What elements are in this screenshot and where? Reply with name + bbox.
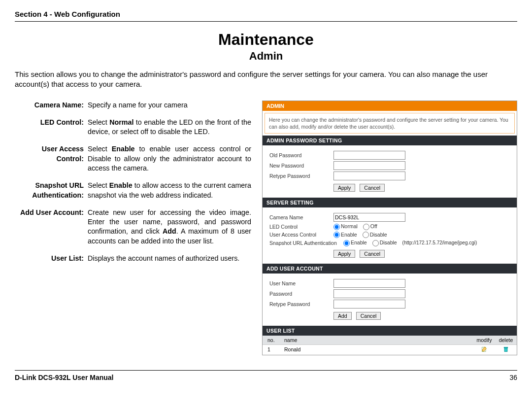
username-label: User Name bbox=[265, 280, 333, 286]
page-title: Maintenance bbox=[15, 31, 517, 49]
camera-name-label: Camera Name bbox=[265, 214, 333, 220]
userlist-row-no: 1 bbox=[263, 346, 284, 353]
def-add-user-text: Create new user for accessing the video … bbox=[88, 208, 251, 246]
col-no: no. bbox=[263, 337, 284, 343]
uac-enable-radio[interactable] bbox=[333, 232, 340, 238]
snapshot-enable-radio[interactable] bbox=[343, 240, 350, 246]
def-camera-name-text: Specify a name for your camera bbox=[88, 101, 251, 110]
svg-rect-1 bbox=[504, 348, 507, 352]
server-section-header: SERVER SETTING bbox=[263, 198, 517, 207]
snapshot-auth-label: Snapshot URL Authentication bbox=[265, 240, 343, 246]
svg-rect-2 bbox=[504, 347, 508, 348]
footer-page-number: 36 bbox=[509, 374, 517, 381]
admin-header-bar: ADMIN bbox=[263, 101, 517, 111]
section-header: Section 4 - Web Configuration bbox=[15, 10, 517, 22]
password-label: Password bbox=[265, 291, 333, 297]
new-password-label: New Password bbox=[265, 163, 333, 169]
col-delete: delete bbox=[495, 337, 517, 343]
old-password-input[interactable] bbox=[333, 151, 405, 160]
definitions-column: Camera Name: Specify a name for your cam… bbox=[15, 101, 251, 272]
col-name: name bbox=[284, 337, 473, 343]
adduser-section-header: ADD USER ACCOUNT bbox=[263, 264, 517, 274]
delete-icon[interactable] bbox=[503, 346, 509, 352]
camera-name-input[interactable] bbox=[333, 213, 405, 222]
retype-password2-input[interactable] bbox=[333, 300, 405, 308]
pwd-cancel-button[interactable]: Cancel bbox=[360, 184, 385, 192]
col-modify: modify bbox=[473, 337, 495, 343]
def-snapshot-text: Select Enable to allow access to the cur… bbox=[88, 181, 251, 200]
def-user-access-label: User Access Control: bbox=[15, 144, 84, 164]
old-password-label: Old Password bbox=[265, 152, 333, 158]
server-apply-button[interactable]: Apply bbox=[333, 250, 355, 258]
snapshot-url-text: (http://172.17.5.72/image/jpeg.cgi) bbox=[402, 240, 477, 245]
led-control-label: LED Control bbox=[265, 224, 333, 230]
footer-manual-title: D-Link DCS-932L User Manual bbox=[15, 374, 113, 381]
def-user-list-text: Displays the account names of authorized… bbox=[88, 254, 251, 263]
def-snapshot-label: Snapshot URL Authentication: bbox=[15, 181, 84, 200]
userlist-row: 1 Ronald bbox=[263, 345, 517, 355]
led-normal-radio[interactable] bbox=[333, 224, 340, 230]
pwd-section-header: ADMIN PASSWORD SETTING bbox=[263, 136, 517, 145]
userlist-section-header: USER LIST bbox=[263, 326, 517, 336]
def-led-control-label: LED Control: bbox=[15, 118, 84, 127]
username-input[interactable] bbox=[333, 279, 405, 288]
uac-disable-radio[interactable] bbox=[363, 232, 369, 238]
new-password-input[interactable] bbox=[333, 161, 405, 170]
led-off-radio[interactable] bbox=[363, 224, 369, 230]
def-add-user-label: Add User Account: bbox=[15, 208, 84, 217]
admin-screenshot: ADMIN Here you can change the administra… bbox=[262, 101, 517, 356]
page-subtitle: Admin bbox=[15, 50, 517, 63]
def-camera-name-label: Camera Name: bbox=[15, 101, 84, 110]
intro-paragraph: This section allows you to change the ad… bbox=[15, 69, 517, 90]
pwd-apply-button[interactable]: Apply bbox=[333, 184, 355, 192]
server-cancel-button[interactable]: Cancel bbox=[360, 250, 385, 258]
retype-password-label: Retype Password bbox=[265, 173, 333, 179]
password-input[interactable] bbox=[333, 289, 405, 298]
userlist-row-name: Ronald bbox=[284, 346, 473, 353]
uac-label: User Access Control bbox=[265, 232, 333, 238]
add-user-button[interactable]: Add bbox=[333, 312, 352, 320]
def-user-access-text: Select Enable to enable user access cont… bbox=[88, 144, 251, 173]
def-led-control-text: Select Normal to enable the LED on the f… bbox=[88, 118, 251, 137]
modify-icon[interactable] bbox=[481, 346, 487, 352]
retype-password2-label: Retype Password bbox=[265, 301, 333, 307]
def-user-list-label: User List: bbox=[15, 254, 84, 263]
userlist-header-row: no. name modify delete bbox=[263, 336, 517, 345]
adduser-cancel-button[interactable]: Cancel bbox=[356, 312, 381, 320]
snapshot-disable-radio[interactable] bbox=[372, 240, 379, 246]
retype-password-input[interactable] bbox=[333, 171, 405, 180]
page-footer: D-Link DCS-932L User Manual 36 bbox=[15, 370, 517, 381]
admin-description: Here you can change the administrator's … bbox=[265, 113, 515, 134]
